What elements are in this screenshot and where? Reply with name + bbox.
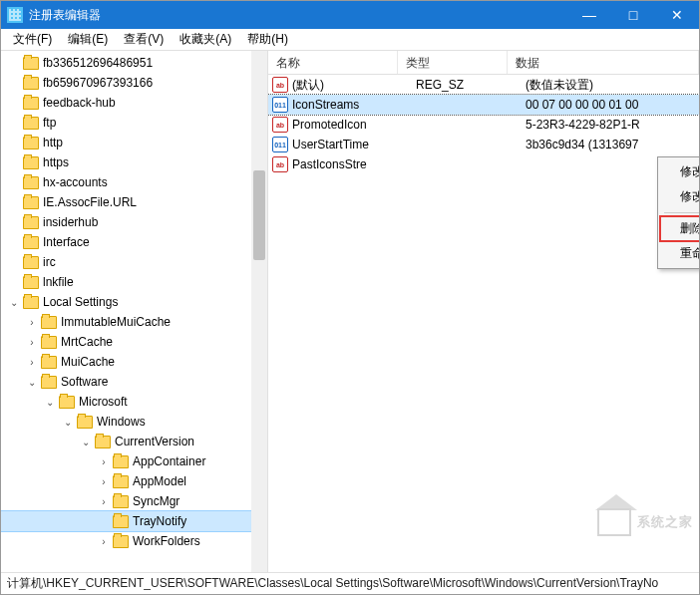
chevron-right-icon[interactable]: › <box>25 335 39 349</box>
chevron-right-icon[interactable]: › <box>97 494 111 508</box>
tree-item-interface[interactable]: Interface <box>1 232 267 252</box>
tree-item-label: Local Settings <box>43 295 118 309</box>
tree-item-http[interactable]: http <box>1 133 267 152</box>
cell-data: 00 07 00 00 00 01 00 <box>525 98 699 112</box>
tree-item-label: MuiCache <box>61 355 115 369</box>
folder-icon <box>59 396 75 409</box>
tree-item-local-settings[interactable]: ⌄Local Settings <box>1 292 267 312</box>
cell-name: IconStreams <box>292 98 416 112</box>
folder-icon <box>41 336 57 349</box>
folder-icon <box>41 376 57 389</box>
cell-data: (数值未设置) <box>525 77 699 94</box>
tree-item-feedback-hub[interactable]: feedback-hub <box>1 93 267 113</box>
chevron-down-icon[interactable]: ⌄ <box>7 295 21 309</box>
statusbar: 计算机\HKEY_CURRENT_USER\SOFTWARE\Classes\L… <box>1 572 699 594</box>
list-row[interactable]: ab(默认)REG_SZ(数值未设置) <box>268 75 699 95</box>
list-row[interactable]: abPastIconsStre <box>268 154 699 174</box>
chevron-right-icon[interactable]: › <box>25 355 39 369</box>
string-value-icon: ab <box>272 156 288 172</box>
folder-icon <box>23 196 39 209</box>
folder-icon <box>23 77 39 90</box>
tree-item-currentversion[interactable]: ⌄CurrentVersion <box>1 432 267 451</box>
tree-item-https[interactable]: https <box>1 152 267 172</box>
context-menu: 修改(M)... 修改二进制数据(B)... 删除(D) 重命名(R) <box>657 156 699 269</box>
tree-item-label: CurrentVersion <box>115 435 194 448</box>
chevron-right-icon[interactable]: › <box>97 454 111 468</box>
folder-icon <box>23 156 39 169</box>
tree-item-label: insiderhub <box>43 215 98 229</box>
tree-item-label: feedback-hub <box>43 96 116 110</box>
menu-help[interactable]: 帮助(H) <box>239 29 296 50</box>
tree-item-appmodel[interactable]: ›AppModel <box>1 471 267 491</box>
tree-pane[interactable]: fb336512696486951fb659670967393166feedba… <box>1 51 268 572</box>
chevron-down-icon[interactable]: ⌄ <box>79 435 93 448</box>
tree-item-microsoft[interactable]: ⌄Microsoft <box>1 392 267 412</box>
tree-item-traynotify[interactable]: TrayNotify <box>1 511 267 531</box>
tree-item-ftp[interactable]: ftp <box>1 113 267 133</box>
chevron-right-icon[interactable]: › <box>97 534 111 548</box>
tree-item-syncmgr[interactable]: ›SyncMgr <box>1 491 267 511</box>
cell-name: (默认) <box>292 77 416 94</box>
tree-item-lnkfile[interactable]: lnkfile <box>1 272 267 292</box>
column-type[interactable]: 类型 <box>398 51 508 74</box>
tree-item-label: ftp <box>43 116 56 130</box>
tree-item-fb659670967393166[interactable]: fb659670967393166 <box>1 73 267 93</box>
list-header: 名称 类型 数据 <box>268 51 699 75</box>
folder-icon <box>41 356 57 369</box>
binary-value-icon: 011 <box>272 97 288 113</box>
tree-item-mrtcache[interactable]: ›MrtCache <box>1 332 267 352</box>
ctx-modify[interactable]: 修改(M)... <box>660 159 699 184</box>
menu-view[interactable]: 查看(V) <box>116 29 172 50</box>
tree-item-insiderhub[interactable]: insiderhub <box>1 212 267 232</box>
tree-item-fb336512696486951[interactable]: fb336512696486951 <box>1 53 267 73</box>
chevron-right-icon[interactable]: › <box>97 474 111 488</box>
tree-item-label: MrtCache <box>61 335 113 349</box>
app-icon <box>7 7 23 23</box>
scrollbar-thumb[interactable] <box>253 170 265 260</box>
tree-item-muicache[interactable]: ›MuiCache <box>1 352 267 372</box>
binary-value-icon: 011 <box>272 137 288 152</box>
tree-item-immutablemuicache[interactable]: ›ImmutableMuiCache <box>1 312 267 332</box>
list-row[interactable]: 011IconStreams00 07 00 00 00 01 00 <box>268 95 699 115</box>
watermark: 系统之家 <box>563 498 693 546</box>
tree-item-label: AppModel <box>133 474 186 488</box>
chevron-right-icon[interactable]: › <box>25 315 39 329</box>
ctx-rename[interactable]: 重命名(R) <box>660 241 699 266</box>
close-button[interactable]: ✕ <box>655 1 699 29</box>
maximize-button[interactable]: □ <box>611 1 655 29</box>
folder-icon <box>77 416 93 429</box>
tree-item-label: WorkFolders <box>133 534 200 548</box>
tree-item-workfolders[interactable]: ›WorkFolders <box>1 531 267 551</box>
tree-item-software[interactable]: ⌄Software <box>1 372 267 392</box>
menu-edit[interactable]: 编辑(E) <box>60 29 116 50</box>
chevron-down-icon[interactable]: ⌄ <box>43 395 57 409</box>
chevron-down-icon[interactable]: ⌄ <box>61 415 75 429</box>
folder-icon <box>23 176 39 189</box>
tree-item-appcontainer[interactable]: ›AppContainer <box>1 451 267 471</box>
menubar: 文件(F) 编辑(E) 查看(V) 收藏夹(A) 帮助(H) <box>1 29 699 51</box>
list-row[interactable]: abPromotedIcon5-23R3-4229-82P1-R <box>268 115 699 135</box>
ctx-modify-binary[interactable]: 修改二进制数据(B)... <box>660 184 699 209</box>
menu-favorites[interactable]: 收藏夹(A) <box>172 29 239 50</box>
list-pane[interactable]: 名称 类型 数据 ab(默认)REG_SZ(数值未设置)011IconStrea… <box>268 51 699 572</box>
chevron-down-icon[interactable]: ⌄ <box>25 375 39 389</box>
ctx-delete[interactable]: 删除(D) <box>660 216 699 241</box>
list-row[interactable]: 011UserStartTime3b36c9d34 (1313697 <box>268 135 699 154</box>
tree-item-ie-assocfile-url[interactable]: IE.AssocFile.URL <box>1 192 267 212</box>
tree-scrollbar[interactable] <box>251 51 267 572</box>
tree-item-hx-accounts[interactable]: hx-accounts <box>1 172 267 192</box>
tree-item-label: fb659670967393166 <box>43 76 153 90</box>
column-name[interactable]: 名称 <box>268 51 398 74</box>
minimize-button[interactable]: — <box>567 1 611 29</box>
menu-file[interactable]: 文件(F) <box>5 29 60 50</box>
folder-icon <box>95 436 111 448</box>
column-data[interactable]: 数据 <box>508 51 699 74</box>
tree-item-irc[interactable]: irc <box>1 252 267 272</box>
window-title: 注册表编辑器 <box>29 7 567 24</box>
tree-item-label: Microsoft <box>79 395 128 409</box>
folder-icon <box>113 515 129 528</box>
cell-name: PastIconsStre <box>292 157 416 171</box>
tree-item-label: AppContainer <box>133 454 205 468</box>
tree-item-windows[interactable]: ⌄Windows <box>1 412 267 432</box>
cell-data: 5-23R3-4229-82P1-R <box>525 118 699 132</box>
